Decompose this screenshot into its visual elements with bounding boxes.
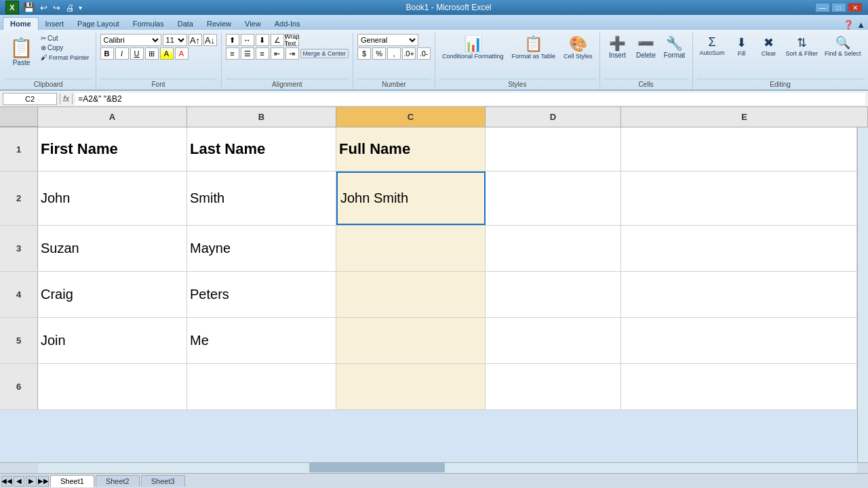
formula-input[interactable] xyxy=(75,93,865,105)
ribbon-minimize-icon[interactable]: ▲ xyxy=(856,20,865,30)
cell-e2[interactable] xyxy=(621,171,857,225)
cell-c4[interactable] xyxy=(336,272,486,317)
cut-button[interactable]: ✂ Cut xyxy=(39,34,92,43)
quick-access-save[interactable]: 💾 xyxy=(22,2,36,13)
cell-d2[interactable] xyxy=(486,171,621,225)
cell-a3[interactable]: Suzan xyxy=(38,226,187,271)
paste-button[interactable]: 📋 Paste xyxy=(5,34,37,69)
tab-page-layout[interactable]: Page Layout xyxy=(71,18,126,30)
minimize-button[interactable]: — xyxy=(815,3,830,12)
cell-a5[interactable]: Join xyxy=(38,318,187,363)
cell-e1[interactable] xyxy=(621,127,857,171)
cell-c3[interactable] xyxy=(336,226,486,271)
cell-a2[interactable]: John xyxy=(38,171,187,225)
cell-d6[interactable] xyxy=(486,364,621,409)
font-color-button[interactable]: A xyxy=(175,47,189,60)
percent-button[interactable]: % xyxy=(372,47,386,60)
decrease-font-button[interactable]: A↓ xyxy=(203,34,217,46)
quick-access-undo[interactable]: ↩ xyxy=(39,3,49,13)
align-bottom-button[interactable]: ⬇ xyxy=(256,34,269,46)
col-header-e[interactable]: E xyxy=(621,107,868,127)
cell-e5[interactable] xyxy=(621,318,857,363)
horizontal-scrollbar[interactable] xyxy=(38,462,857,473)
cell-e4[interactable] xyxy=(621,272,857,317)
cell-d5[interactable] xyxy=(486,318,621,363)
fill-color-button[interactable]: A xyxy=(160,47,174,60)
increase-indent-button[interactable]: ⇥ xyxy=(285,47,299,60)
delete-button[interactable]: ➖ Delete xyxy=(633,34,660,60)
cell-b2[interactable]: Smith xyxy=(187,171,336,225)
tab-add-ins[interactable]: Add-Ins xyxy=(268,18,307,30)
format-as-table-button[interactable]: 📋 Format as Table xyxy=(509,34,558,61)
underline-button[interactable]: U xyxy=(130,47,144,60)
sheet-prev-button[interactable]: ◀ xyxy=(14,476,24,487)
decrease-indent-button[interactable]: ⇤ xyxy=(271,47,284,60)
maximize-button[interactable]: □ xyxy=(831,3,846,12)
increase-decimal-button[interactable]: .0+ xyxy=(402,47,416,60)
comma-button[interactable]: , xyxy=(387,47,401,60)
cell-d1[interactable] xyxy=(486,127,621,171)
font-name-select[interactable]: Calibri xyxy=(100,34,161,46)
number-format-select[interactable]: General xyxy=(357,34,418,46)
cell-e3[interactable] xyxy=(621,226,857,271)
ribbon-help-icon[interactable]: ❓ xyxy=(843,20,854,30)
tab-view[interactable]: View xyxy=(238,18,268,30)
cell-a4[interactable]: Craig xyxy=(38,272,187,317)
cell-d4[interactable] xyxy=(486,272,621,317)
find-select-button[interactable]: 🔍 Find & Select xyxy=(822,34,864,58)
vertical-scrollbar[interactable] xyxy=(857,127,868,462)
conditional-formatting-button[interactable]: 📊 Conditional Formatting xyxy=(439,34,507,61)
tab-review[interactable]: Review xyxy=(200,18,238,30)
align-center-button[interactable]: ☰ xyxy=(241,47,254,60)
tab-home[interactable]: Home xyxy=(3,17,39,30)
increase-font-button[interactable]: A↑ xyxy=(189,34,202,46)
bold-button[interactable]: B xyxy=(100,47,114,60)
autosum-button[interactable]: Σ AutoSum xyxy=(697,34,728,58)
quick-access-redo[interactable]: ↪ xyxy=(52,3,62,13)
cell-c6[interactable] xyxy=(336,364,486,409)
cell-b1[interactable]: Last Name xyxy=(187,127,336,171)
col-corner[interactable] xyxy=(0,107,38,127)
format-button[interactable]: 🔧 Format xyxy=(661,34,688,60)
clear-button[interactable]: ✖ Clear xyxy=(756,34,782,58)
align-top-button[interactable]: ⬆ xyxy=(226,34,239,46)
fill-button[interactable]: ⬇ Fill xyxy=(729,34,755,58)
wrap-text-button[interactable]: Wrap Text xyxy=(285,34,299,46)
col-header-b[interactable]: B xyxy=(187,107,336,127)
col-header-d[interactable]: D xyxy=(486,107,621,127)
cell-d3[interactable] xyxy=(486,226,621,271)
name-box[interactable] xyxy=(3,93,57,105)
copy-button[interactable]: ⊕ Copy xyxy=(39,43,92,52)
cell-b5[interactable]: Me xyxy=(187,318,336,363)
merge-center-button[interactable]: Merge & Center xyxy=(300,49,349,58)
sheet-tab-1[interactable]: Sheet1 xyxy=(50,475,94,487)
close-button[interactable]: ✕ xyxy=(848,3,863,12)
tab-data[interactable]: Data xyxy=(171,18,200,30)
cell-a6[interactable] xyxy=(38,364,187,409)
cell-b6[interactable] xyxy=(187,364,336,409)
insert-button[interactable]: ➕ Insert xyxy=(604,34,631,60)
currency-button[interactable]: $ xyxy=(357,47,371,60)
sort-filter-button[interactable]: ⇅ Sort & Filter xyxy=(783,34,821,58)
decrease-decimal-button[interactable]: .0- xyxy=(417,47,431,60)
cell-c5[interactable] xyxy=(336,318,486,363)
cell-b4[interactable]: Peters xyxy=(187,272,336,317)
col-header-c[interactable]: C xyxy=(336,107,486,127)
border-button[interactable]: ⊞ xyxy=(145,47,159,60)
sheet-tab-2[interactable]: Sheet2 xyxy=(96,475,140,487)
col-header-a[interactable]: A xyxy=(38,107,187,127)
align-right-button[interactable]: ≡ xyxy=(256,47,269,60)
sheet-tab-3[interactable]: Sheet3 xyxy=(141,475,185,487)
italic-button[interactable]: I xyxy=(115,47,129,60)
cell-c2[interactable]: John Smith xyxy=(336,171,486,225)
cell-b3[interactable]: Mayne xyxy=(187,226,336,271)
cell-a1[interactable]: First Name xyxy=(38,127,187,171)
quick-access-print[interactable]: 🖨 xyxy=(64,3,76,13)
cell-e6[interactable] xyxy=(621,364,857,409)
format-painter-button[interactable]: 🖌 Format Painter xyxy=(39,53,92,62)
tab-insert[interactable]: Insert xyxy=(39,18,71,30)
cell-styles-button[interactable]: 🎨 Cell Styles xyxy=(561,34,595,61)
sheet-first-button[interactable]: ◀◀ xyxy=(1,476,12,487)
align-middle-button[interactable]: ↔ xyxy=(241,34,254,46)
cell-c1[interactable]: Full Name xyxy=(336,127,486,171)
